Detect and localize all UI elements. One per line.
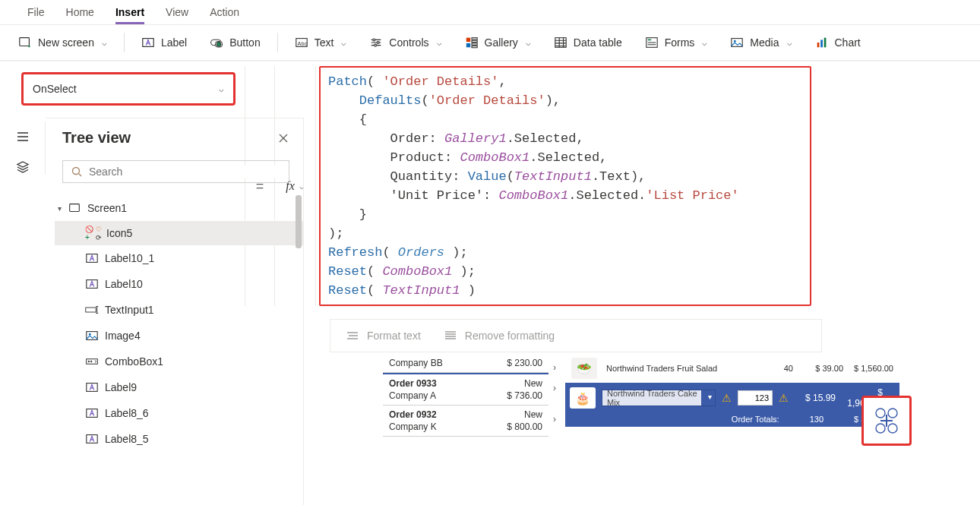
line-item: 🥗 Northwind Traders Fruit Salad 40 $ 39.… bbox=[565, 354, 899, 383]
order-item[interactable]: Company BB $ 230.00› bbox=[383, 354, 548, 373]
order-item[interactable]: Order 0932Company K New$ 800.00› bbox=[383, 406, 548, 437]
svg-point-38 bbox=[888, 409, 897, 418]
icon-control-icon: 🚫 ♡ + ⟳ bbox=[85, 227, 100, 239]
menu-action[interactable]: Action bbox=[210, 6, 239, 18]
formula-editor[interactable]: Patch( 'Order Details', Defaults('Order … bbox=[319, 66, 811, 306]
media-icon bbox=[730, 36, 744, 49]
menu-file[interactable]: File bbox=[27, 6, 45, 18]
tree-node-label9[interactable]: Label9 bbox=[55, 374, 303, 400]
search-input[interactable] bbox=[62, 160, 289, 183]
svg-point-9 bbox=[375, 44, 377, 46]
screen-icon bbox=[68, 201, 81, 215]
svg-rect-11 bbox=[472, 38, 477, 39]
svg-point-37 bbox=[876, 409, 885, 418]
tree-node-combobox1[interactable]: ComboBox1 bbox=[55, 349, 303, 374]
unit-price-label: $ 15.99 bbox=[795, 393, 836, 403]
gallery-button[interactable]: Gallery⌵ bbox=[465, 36, 531, 49]
label-button[interactable]: Label bbox=[141, 36, 187, 49]
svg-rect-29 bbox=[87, 332, 97, 340]
svg-point-8 bbox=[378, 42, 380, 44]
chart-icon bbox=[815, 36, 829, 49]
svg-point-30 bbox=[89, 333, 91, 336]
new-line-row: 🎂 Northwind Traders Cake Mix▾ ⚠ ⚠ $ 15.9… bbox=[565, 383, 899, 412]
svg-point-7 bbox=[373, 39, 375, 41]
textinput-icon bbox=[85, 303, 99, 317]
close-icon[interactable] bbox=[277, 132, 289, 144]
property-select[interactable]: OnSelect ⌵ bbox=[21, 72, 236, 106]
chevron-right-icon: › bbox=[553, 414, 556, 425]
label-icon bbox=[85, 277, 99, 291]
svg-rect-10 bbox=[466, 38, 469, 42]
media-button[interactable]: Media⌵ bbox=[730, 36, 792, 49]
svg-point-4 bbox=[217, 42, 221, 46]
layers-icon[interactable] bbox=[15, 159, 30, 175]
scrollbar[interactable] bbox=[296, 195, 302, 248]
label-icon bbox=[85, 406, 99, 420]
remove-formatting-button[interactable]: Remove formatting bbox=[444, 330, 555, 342]
data-table-button[interactable]: Data table bbox=[554, 36, 622, 49]
tree-node-label10-1[interactable]: Label10_1 bbox=[55, 245, 303, 271]
remove-format-icon bbox=[444, 330, 457, 341]
controls-icon bbox=[369, 36, 383, 49]
forms-icon bbox=[645, 36, 659, 49]
button-icon bbox=[210, 36, 223, 49]
product-combobox[interactable]: Northwind Traders Cake Mix▾ bbox=[602, 390, 716, 406]
svg-rect-12 bbox=[472, 40, 477, 42]
svg-rect-22 bbox=[820, 39, 823, 47]
combobox-icon bbox=[85, 355, 99, 368]
warning-icon: ⚠ bbox=[779, 392, 789, 404]
order-item[interactable]: Order 0933Company A New$ 736.00› bbox=[383, 373, 548, 406]
chevron-right-icon: › bbox=[553, 383, 556, 393]
svg-point-32 bbox=[88, 361, 90, 362]
hamburger-icon[interactable] bbox=[15, 129, 30, 144]
tree-node-icon5[interactable]: 🚫 ♡ + ⟳ Icon5 bbox=[55, 221, 303, 245]
tree-title: Tree view bbox=[62, 129, 131, 147]
product-thumb: 🥗 bbox=[571, 358, 597, 379]
menu-view[interactable]: View bbox=[166, 6, 188, 18]
table-icon bbox=[554, 36, 567, 49]
tree-node-label10[interactable]: Label10 bbox=[55, 271, 303, 297]
svg-rect-18 bbox=[647, 39, 651, 41]
svg-rect-15 bbox=[472, 46, 477, 48]
svg-point-24 bbox=[73, 168, 80, 175]
add-icon bbox=[871, 406, 902, 436]
format-text-button[interactable]: Format text bbox=[346, 330, 421, 342]
controls-button[interactable]: Controls⌵ bbox=[369, 36, 441, 49]
label-icon bbox=[141, 36, 155, 49]
orders-gallery[interactable]: Company BB $ 230.00› Order 0933Company A… bbox=[383, 354, 548, 437]
menu-home[interactable]: Home bbox=[66, 6, 94, 18]
tree-node-textinput1[interactable]: TextInput1 bbox=[55, 297, 303, 323]
collapse-icon: ▾ bbox=[58, 204, 62, 213]
new-screen-button[interactable]: New screen⌵ bbox=[18, 36, 107, 49]
menu-insert[interactable]: Insert bbox=[115, 6, 144, 24]
order-details-pane: 🥗 Northwind Traders Fruit Salad 40 $ 39.… bbox=[565, 354, 899, 427]
label-icon bbox=[85, 251, 99, 265]
forms-button[interactable]: Forms⌵ bbox=[645, 36, 708, 49]
text-button[interactable]: Abc Text⌵ bbox=[295, 36, 347, 49]
tree-panel: Tree view ▾ Screen1 🚫 ♡ + ⟳ Icon5 Label1… bbox=[46, 118, 304, 505]
property-name: OnSelect bbox=[33, 83, 77, 95]
svg-point-20 bbox=[734, 40, 736, 43]
svg-rect-21 bbox=[817, 43, 819, 47]
text-icon: Abc bbox=[295, 36, 308, 49]
tree-node-screen1[interactable]: ▾ Screen1 bbox=[55, 195, 303, 221]
button-button[interactable]: Button bbox=[210, 36, 260, 49]
chevron-right-icon: › bbox=[553, 362, 556, 373]
label-icon bbox=[85, 380, 99, 394]
svg-rect-0 bbox=[20, 38, 30, 46]
tree-body: ▾ Screen1 🚫 ♡ + ⟳ Icon5 Label10_1 Label1… bbox=[46, 192, 303, 452]
svg-rect-23 bbox=[824, 38, 826, 48]
quantity-input[interactable] bbox=[738, 390, 773, 406]
tree-node-label8-5[interactable]: Label8_5 bbox=[55, 426, 303, 452]
tree-node-image4[interactable]: Image4 bbox=[55, 323, 303, 349]
canvas-preview: Company BB $ 230.00› Order 0933Company A… bbox=[383, 354, 907, 437]
chart-button[interactable]: Chart bbox=[815, 36, 861, 49]
add-icon-control[interactable] bbox=[861, 396, 912, 446]
svg-point-39 bbox=[876, 424, 885, 433]
ribbon: New screen⌵ Label Button Abc Text⌵ Contr… bbox=[0, 25, 980, 61]
left-rail bbox=[0, 122, 46, 175]
svg-rect-19 bbox=[732, 39, 742, 47]
menu-bar: File Home Insert View Action bbox=[0, 0, 980, 25]
tree-node-label8-6[interactable]: Label8_6 bbox=[55, 400, 303, 426]
chevron-down-icon: ⌵ bbox=[219, 84, 224, 94]
